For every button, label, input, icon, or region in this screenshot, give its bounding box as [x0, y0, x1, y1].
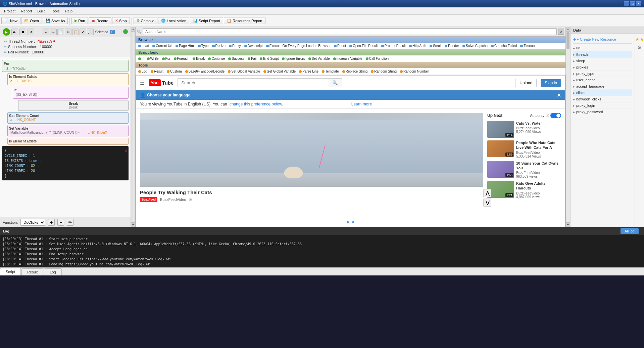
action-search-input[interactable]: [143, 28, 557, 35]
forward-button[interactable]: →: [50, 29, 57, 35]
next-arrow[interactable]: »: [351, 218, 355, 225]
action-load[interactable]: Load: [137, 44, 150, 48]
action-reset[interactable]: Reset: [333, 44, 347, 48]
remove-function-button[interactable]: −: [57, 219, 64, 226]
menu-help[interactable]: Help: [62, 8, 75, 14]
yt-signin-button[interactable]: Sign in: [541, 79, 561, 87]
if-block[interactable]: If {{IS_EXISTS}}: [13, 87, 129, 99]
action-search-close-button[interactable]: ✕: [558, 29, 564, 35]
localization-button[interactable]: 🌐 Localization: [158, 17, 189, 24]
close-button[interactable]: ✕: [636, 1, 641, 6]
action-javascript[interactable]: Javascript: [243, 44, 264, 48]
action-scroll[interactable]: Scroll: [428, 44, 443, 48]
left-scroll-down[interactable]: ▼: [131, 222, 136, 227]
action-continue[interactable]: Continue: [207, 56, 226, 61]
action-for[interactable]: For: [161, 56, 172, 61]
action-random-string[interactable]: Random String: [369, 69, 398, 74]
tab-result[interactable]: Result: [21, 268, 43, 275]
action-increase-variable[interactable]: Increase Variable: [332, 56, 364, 61]
lang-close-button[interactable]: ✕: [557, 92, 561, 98]
action-set-variable[interactable]: Set Variable: [307, 56, 331, 61]
is-element-exists-1-block[interactable]: Is Element Exists a IS_EXISTS: [7, 73, 129, 85]
data-item-proxy-type[interactable]: ▸ proxy_type: [573, 71, 632, 77]
action-replace-string[interactable]: Replace String: [341, 69, 369, 74]
gear-settings-icon[interactable]: ⚙: [637, 45, 642, 50]
resources-report-button[interactable]: 📋 Resources Report: [224, 17, 265, 24]
action-foreach[interactable]: Foreach: [172, 56, 191, 61]
back-button[interactable]: ←: [43, 29, 49, 35]
data-item-accept-language[interactable]: ▸ accept_language: [573, 83, 632, 90]
action-success[interactable]: Success: [227, 56, 246, 61]
function-select[interactable]: DoClicks: [20, 219, 45, 226]
sidebar-video-2[interactable]: 2:59 People Who Hate Cats Live With Cats…: [487, 140, 561, 158]
action-type[interactable]: Type: [197, 44, 210, 48]
create-resource-button[interactable]: + + Create New Resource: [573, 35, 632, 44]
grid-button[interactable]: ⋮⋮: [87, 29, 94, 35]
break-block[interactable]: Break Break: [18, 100, 129, 111]
action-base64[interactable]: Base64 Encode/Decode: [184, 69, 226, 74]
menu-report[interactable]: Report: [18, 8, 35, 14]
open-button[interactable]: 📂 Open: [21, 17, 42, 24]
sidebar-video-1[interactable]: 1:14 Cats Vs. Water BuzzFeedVideo 5,274,…: [487, 121, 561, 138]
action-set-global-var[interactable]: Set Global Variable: [227, 69, 261, 74]
left-scroll-up[interactable]: ▲: [131, 27, 136, 32]
menu-tools[interactable]: Tools: [48, 8, 62, 14]
add-function-button[interactable]: +: [48, 219, 55, 226]
data-item-threads[interactable]: ▸ threads: [573, 51, 632, 58]
action-resize[interactable]: Resize: [211, 44, 227, 48]
lang-change-link[interactable]: change this preference below.: [230, 102, 283, 106]
action-current-url[interactable]: Current Url: [151, 44, 174, 48]
action-timeout[interactable]: Timeout: [519, 44, 537, 48]
action-custom[interactable]: Custom: [165, 69, 183, 74]
data-item-url[interactable]: ▸ url: [573, 45, 632, 51]
action-while[interactable]: While: [146, 56, 160, 61]
all-log-button[interactable]: All log: [621, 228, 639, 234]
action-result[interactable]: Result: [149, 69, 165, 74]
play-button[interactable]: ▶: [3, 28, 10, 36]
menu-build[interactable]: Build: [35, 8, 48, 14]
action-break[interactable]: Break: [191, 56, 206, 61]
action-execute-on-every-page[interactable]: Execute On Every Page Load In Browser: [265, 44, 332, 48]
autoplay-toggle[interactable]: [550, 113, 561, 118]
data-item-proxies[interactable]: ▸ proxies: [573, 64, 632, 71]
record-button[interactable]: ⏺ Record: [89, 17, 111, 24]
maximize-button[interactable]: □: [630, 1, 635, 6]
browser-scroll-down-button[interactable]: ⋁: [483, 199, 491, 207]
menu-project[interactable]: Project: [1, 8, 18, 14]
data-item-between-clicks[interactable]: ▸ between_clicks: [573, 96, 632, 102]
yt-video-thumbnail[interactable]: [140, 113, 483, 187]
action-prompt-result[interactable]: Prompt Result: [380, 44, 407, 48]
json-close-button[interactable]: ✕: [125, 147, 127, 154]
stop-ctrl-button[interactable]: ⏹: [19, 29, 26, 35]
set-variable-block[interactable]: Set Variable Math.floor(Math.random() * …: [7, 125, 129, 136]
action-end-script[interactable]: End Script: [258, 56, 280, 61]
check-button[interactable]: ✓: [80, 29, 86, 35]
edit-function-button[interactable]: ✏: [67, 219, 73, 226]
tab-log[interactable]: Log: [44, 268, 61, 275]
compile-button[interactable]: ⚙ Compile: [134, 17, 157, 24]
center-scroll-down[interactable]: ▼: [566, 222, 570, 227]
action-page-html[interactable]: Page Html: [174, 44, 196, 48]
browser-scroll-up-button[interactable]: ⋀: [483, 189, 491, 197]
yt-search-button[interactable]: 🔍: [328, 78, 342, 87]
data-item-user-agent[interactable]: ▸ user_agent: [573, 77, 632, 83]
is-element-exists-2-block[interactable]: Is Element Exists: [7, 138, 129, 145]
data-item-sleep[interactable]: ▸ sleep: [573, 58, 632, 64]
prev-arrow[interactable]: «: [346, 218, 350, 225]
new-button[interactable]: 📄 New: [1, 17, 20, 24]
yt-hamburger-icon[interactable]: ☰: [140, 80, 145, 86]
sidebar-video-4[interactable]: 2:21 Kids Give Adults Haircuts BuzzFeedV…: [487, 181, 561, 199]
data-item-proxy-login[interactable]: ▸ proxy_login: [573, 102, 632, 109]
step-button[interactable]: ⏭: [11, 29, 18, 35]
action-random-number[interactable]: Random Number: [399, 69, 430, 74]
action-render[interactable]: Render: [443, 44, 460, 48]
action-proxy[interactable]: Proxy: [228, 44, 242, 48]
action-fail[interactable]: Fail: [246, 56, 258, 61]
refresh-button[interactable]: ↺: [28, 29, 34, 35]
tab-script[interactable]: Script: [0, 268, 21, 275]
get-element-count-block[interactable]: Get Element Count a LINK_COUNT: [7, 112, 129, 124]
run-button[interactable]: ▶ Run: [71, 17, 88, 24]
script-report-button[interactable]: 📊 Script Report: [190, 17, 223, 24]
action-ignore-errors[interactable]: Ignore Errors: [281, 56, 306, 61]
minimize-button[interactable]: —: [624, 1, 629, 6]
